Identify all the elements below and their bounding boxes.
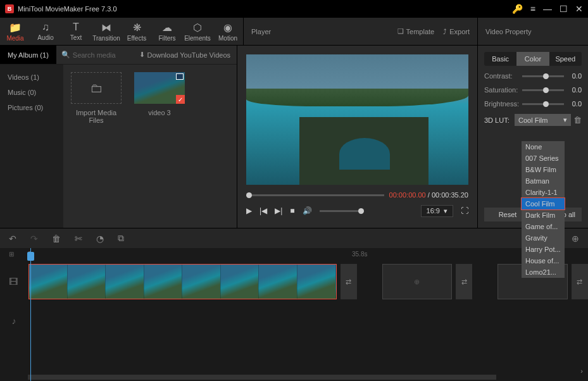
lut-option[interactable]: Batman [522, 175, 565, 187]
video-badge-icon [176, 73, 184, 80]
delete-button[interactable]: 🗑 [52, 234, 61, 244]
tab-effects[interactable]: ❋Effects [122, 20, 152, 42]
lut-option[interactable]: 007 Series [522, 153, 565, 164]
cat-pictures[interactable]: Pictures (0) [0, 100, 63, 115]
brightness-label: Brightness: [484, 100, 518, 108]
lut-dropdown: None 007 Series B&W Film Batman Clarity-… [522, 141, 565, 278]
brightness-value: 0.0 [568, 100, 582, 108]
music-icon: ♫ [42, 22, 49, 33]
stop-button[interactable]: ■ [290, 206, 294, 215]
download-icon: ⬇ [139, 51, 145, 59]
property-tabs: Basic Color Speed [484, 52, 582, 66]
close-button[interactable]: ✕ [575, 4, 583, 14]
lut-option[interactable]: Lomo21... [522, 266, 565, 278]
lut-option[interactable]: Clarity-1-1 [522, 187, 565, 198]
playhead[interactable] [30, 248, 31, 381]
saturation-slider[interactable] [522, 89, 564, 91]
timeline-scrollbar[interactable] [28, 375, 496, 380]
player-label: Player [251, 28, 271, 35]
video-property-label: Video Property [485, 28, 532, 35]
prev-frame-button[interactable]: |◀ [260, 206, 267, 215]
tab-motion[interactable]: ◉Motion [213, 20, 243, 42]
aspect-ratio-select[interactable]: 16:9▾ [421, 205, 453, 217]
chevron-down-icon: ▾ [563, 116, 567, 124]
current-time: 00:00:00.00 [389, 191, 426, 199]
export-button[interactable]: ⤴Export [443, 28, 470, 35]
time-ruler[interactable]: ⊞ 0s 35.8s [0, 248, 588, 262]
motion-icon: ◉ [223, 22, 232, 34]
delete-lut-button[interactable]: 🗑 [573, 115, 582, 125]
add-track-button[interactable]: ⊕ [572, 234, 579, 244]
cat-music[interactable]: Music (0) [0, 85, 63, 100]
lut-option[interactable]: None [522, 141, 565, 153]
next-frame-button[interactable]: ▶| [275, 206, 282, 215]
tab-elements[interactable]: ⬡Elements [182, 20, 213, 42]
album-tab[interactable]: My Album (1) [0, 46, 56, 64]
video-track[interactable]: 🎞 ⇄ ⊕ ⇄ ⇄ [0, 262, 588, 301]
video-track-icon: 🎞 [0, 277, 26, 287]
transition-slot[interactable]: ⇄ [456, 264, 472, 299]
split-button[interactable]: ✄ [75, 234, 82, 244]
tab-media[interactable]: 📁Media [0, 20, 30, 42]
video-preview[interactable] [246, 54, 468, 185]
lut-option[interactable]: Gravity [522, 232, 565, 244]
lut-option[interactable]: Game of... [522, 221, 565, 232]
main-toolbar: 📁Media ♫Audio TText ⧓Transition ❋Effects… [0, 18, 588, 46]
tab-audio[interactable]: ♫Audio [30, 20, 61, 42]
contrast-value: 0.0 [568, 72, 582, 80]
filters-icon: ☁ [162, 22, 172, 34]
play-button[interactable]: ▶ [246, 206, 252, 215]
timeline[interactable]: ⊞ 0s 35.8s 🎞 ⇄ ⊕ ⇄ ⇄ ♪ › [0, 248, 588, 381]
template-button[interactable]: ❑Template [397, 27, 435, 35]
collapse-tracks-icon[interactable]: ⊞ [9, 251, 14, 258]
menu-icon[interactable]: ≡ [530, 4, 535, 14]
lut-select[interactable]: Cool Film▾ [515, 114, 571, 126]
expand-panel-button[interactable]: › [580, 367, 583, 375]
tab-color[interactable]: Color [516, 52, 549, 66]
lut-option[interactable]: House of... [522, 255, 565, 266]
fullscreen-button[interactable]: ⛶ [461, 206, 468, 215]
tab-text[interactable]: TText [61, 20, 91, 42]
folder-icon: 📁 [9, 22, 22, 34]
maximize-button[interactable]: ☐ [560, 4, 568, 14]
tab-basic[interactable]: Basic [484, 52, 516, 66]
contrast-slider[interactable] [522, 75, 564, 77]
search-icon: 🔍 [61, 51, 70, 59]
media-thumb-video3[interactable]: ✓ video 3 [134, 72, 185, 116]
timeline-toolbar: ↶ ↷ 🗑 ✄ ◔ ⧉ ⊟ ⊕ [0, 228, 588, 248]
chevron-down-icon: ▾ [444, 207, 447, 215]
download-youtube-button[interactable]: ⬇Download YouTube Videos [133, 51, 237, 59]
tab-speed[interactable]: Speed [549, 52, 582, 66]
lut-option[interactable]: Dark Film [522, 209, 565, 221]
speed-button[interactable]: ◔ [96, 234, 104, 244]
transition-slot[interactable]: ⇄ [572, 264, 588, 299]
app-title: MiniTool MovieMaker Free 7.3.0 [18, 5, 512, 13]
titlebar: B MiniTool MovieMaker Free 7.3.0 🔑 ≡ ― ☐… [0, 0, 588, 18]
transition-slot[interactable]: ⇄ [341, 264, 357, 299]
seek-bar[interactable] [246, 194, 384, 196]
volume-slider[interactable] [320, 210, 364, 212]
effects-icon: ❋ [133, 22, 141, 34]
redo-button[interactable]: ↷ [30, 234, 38, 244]
lut-option[interactable]: B&W Film [522, 164, 565, 175]
audio-track-icon: ♪ [0, 316, 28, 326]
export-icon: ⤴ [443, 28, 447, 35]
video-clip[interactable] [28, 264, 336, 299]
search-input[interactable]: 🔍Search media [56, 51, 133, 59]
volume-icon[interactable]: 🔊 [303, 206, 312, 215]
crop-button[interactable]: ⧉ [118, 233, 124, 244]
drop-zone[interactable]: ⊕ [382, 264, 452, 299]
minimize-button[interactable]: ― [543, 4, 552, 14]
import-media-button[interactable]: 🗀 Import Media Files [71, 72, 122, 124]
brightness-slider[interactable] [522, 103, 564, 105]
lut-option-selected[interactable]: Cool Film [522, 198, 565, 209]
audio-track[interactable]: ♪ [0, 301, 588, 340]
saturation-value: 0.0 [568, 86, 582, 94]
tab-transition[interactable]: ⧓Transition [91, 20, 122, 42]
key-icon[interactable]: 🔑 [512, 4, 523, 14]
lut-option[interactable]: Harry Pot... [522, 244, 565, 255]
folder-icon: 🗀 [90, 81, 103, 96]
cat-videos[interactable]: Videos (1) [0, 70, 63, 85]
undo-button[interactable]: ↶ [9, 234, 16, 244]
tab-filters[interactable]: ☁Filters [152, 20, 182, 42]
